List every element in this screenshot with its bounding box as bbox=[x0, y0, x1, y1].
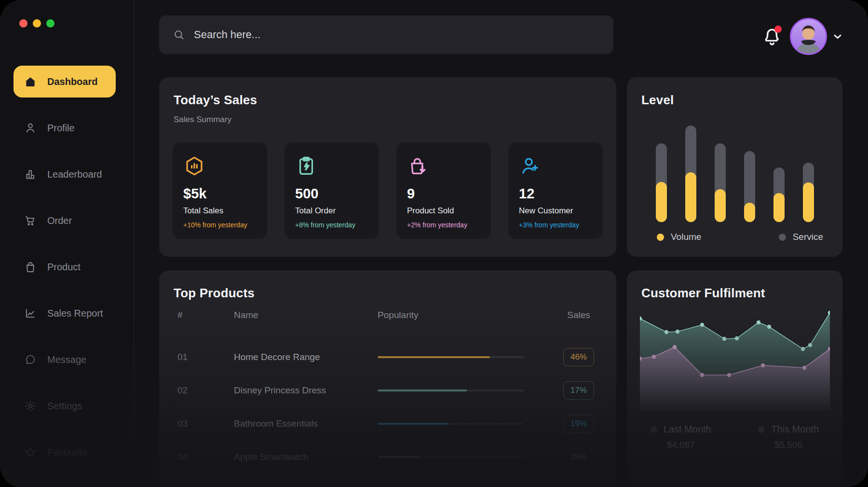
product-name: Bathroom Essentials bbox=[234, 418, 378, 429]
level-card: Level Volume Service bbox=[627, 77, 842, 257]
sidebar-item-dashboard[interactable]: Dashboard bbox=[14, 66, 116, 97]
stat-delta: +3% from yesterday bbox=[519, 221, 592, 229]
sidebar-item-label: Settings bbox=[47, 401, 82, 412]
notification-badge bbox=[774, 26, 782, 33]
product-rank: 04 bbox=[177, 452, 234, 462]
search-input[interactable] bbox=[193, 28, 600, 42]
sales-badge: 19% bbox=[563, 415, 594, 433]
star-icon bbox=[24, 446, 37, 459]
sales-cell: 17% bbox=[555, 381, 603, 400]
bag-icon bbox=[24, 261, 37, 273]
table-body: 01 Home Decore Range 46% 02 Disney Princ… bbox=[177, 341, 603, 473]
search-icon bbox=[173, 28, 185, 41]
todays-sales-card: Today’s Sales Sales Summary $5k Total Sa… bbox=[159, 77, 616, 257]
hex-bars-icon bbox=[183, 155, 205, 177]
stat-delta: +2% from yesterday bbox=[407, 221, 480, 229]
level-title: Level bbox=[641, 93, 674, 108]
legend-item-last-month: Last Month $4,087 bbox=[627, 424, 735, 450]
sidebar-item-label: Message bbox=[47, 354, 86, 365]
sidebar-item-message[interactable]: Message bbox=[14, 344, 116, 376]
col-header-sales: Sales bbox=[555, 310, 603, 320]
stat-value: 12 bbox=[519, 186, 592, 202]
volume-dot-icon bbox=[657, 234, 664, 241]
stat-label: Total Order bbox=[295, 206, 368, 216]
zoom-window-button[interactable] bbox=[46, 19, 54, 28]
gear-icon bbox=[24, 400, 37, 412]
stat-delta: +8% from yesterday bbox=[295, 221, 368, 229]
popularity-bar bbox=[378, 390, 555, 391]
sidebar-item-label: Product bbox=[47, 262, 81, 273]
sidebar-item-label: Sales Report bbox=[47, 308, 103, 319]
stat-card-new-customer: 12 New Customer +3% from yesterday bbox=[508, 142, 603, 239]
table-row[interactable]: 03 Bathroom Essentials 19% bbox=[177, 407, 603, 440]
legend-value: $5,506 bbox=[774, 440, 802, 450]
level-bar bbox=[715, 143, 726, 222]
popularity-bar bbox=[378, 356, 555, 358]
stat-card-total-sales: $5k Total Sales +10% from yesterday bbox=[173, 142, 267, 239]
stat-card-product-sold: 9 Product Sold +2% from yesterday bbox=[396, 142, 491, 239]
chart-icon bbox=[24, 307, 37, 320]
close-window-button[interactable] bbox=[19, 19, 27, 28]
todays-sales-subtitle: Sales Summary bbox=[174, 115, 231, 125]
product-rank: 02 bbox=[177, 385, 234, 396]
stat-value: 500 bbox=[295, 186, 368, 202]
sidebar-item-label: Profile bbox=[47, 123, 75, 134]
customer-fulfilment-card: Customer Fulfilment Last Month $4,087 Th… bbox=[627, 270, 842, 487]
sidebar-item-order[interactable]: Order bbox=[14, 205, 116, 237]
customer-fulfilment-title: Customer Fulfilment bbox=[641, 286, 765, 301]
legend-label: Service bbox=[793, 232, 823, 242]
stat-card-row: $5k Total Sales +10% from yesterday 500 … bbox=[173, 142, 603, 239]
user-avatar[interactable] bbox=[790, 18, 827, 55]
sidebar-item-label: Leaderboard bbox=[47, 169, 102, 180]
user-plus-icon bbox=[519, 155, 541, 177]
cart-icon bbox=[24, 214, 37, 227]
sidebar-item-settings[interactable]: Settings bbox=[14, 390, 116, 422]
level-legend: Volume Service bbox=[657, 232, 823, 242]
col-header-num: # bbox=[177, 310, 234, 320]
stat-card-total-order: 500 Total Order +8% from yesterday bbox=[285, 142, 379, 239]
stat-label: Total Sales bbox=[183, 206, 257, 216]
sidebar-item-label: Dashboard bbox=[47, 76, 97, 87]
legend-item-service: Service bbox=[779, 232, 823, 242]
sidebar: Dashboard Profile Leaderboard Order Prod… bbox=[0, 0, 134, 487]
product-name: Home Decore Range bbox=[234, 352, 378, 362]
sidebar-item-sales-report[interactable]: Sales Report bbox=[14, 297, 116, 329]
table-row[interactable]: 04 Apple Smartwatch 29% bbox=[177, 440, 603, 473]
search-bar bbox=[159, 15, 613, 54]
table-row[interactable]: 01 Home Decore Range 46% bbox=[177, 341, 603, 374]
sidebar-item-leaderboard[interactable]: Leaderboard bbox=[14, 158, 116, 190]
sidebar-nav: Dashboard Profile Leaderboard Order Prod… bbox=[0, 66, 134, 483]
sales-badge: 17% bbox=[563, 381, 594, 400]
sales-badge: 29% bbox=[563, 448, 594, 466]
sales-cell: 19% bbox=[555, 415, 603, 433]
col-header-name: Name bbox=[234, 310, 378, 320]
clipboard-bolt-icon bbox=[295, 155, 317, 177]
sales-cell: 29% bbox=[555, 448, 603, 466]
popularity-bar bbox=[378, 456, 555, 458]
chat-icon bbox=[24, 353, 37, 366]
bag-arrow-icon bbox=[407, 155, 429, 177]
legend-value: $4,087 bbox=[667, 440, 695, 450]
avatar-photo bbox=[791, 19, 826, 54]
level-bar bbox=[656, 143, 667, 222]
fulfilment-legend: Last Month $4,087 This Month $5,506 bbox=[627, 424, 842, 450]
sales-badge: 46% bbox=[563, 348, 594, 366]
sidebar-item-label: Order bbox=[47, 215, 72, 226]
top-products-title: Top Products bbox=[174, 286, 255, 301]
level-bar bbox=[803, 163, 814, 222]
minimize-window-button[interactable] bbox=[33, 19, 41, 28]
sidebar-item-profile[interactable]: Profile bbox=[14, 112, 116, 144]
table-row[interactable]: 02 Disney Princess Dress 17% bbox=[177, 374, 603, 407]
chevron-down-icon bbox=[830, 30, 845, 43]
account-menu-button[interactable] bbox=[830, 30, 845, 45]
user-icon bbox=[24, 122, 37, 134]
sidebar-item-favourite[interactable]: Favourite bbox=[14, 436, 116, 468]
legend-item-volume: Volume bbox=[657, 232, 701, 242]
product-rank: 03 bbox=[177, 418, 234, 429]
popularity-bar bbox=[378, 423, 555, 425]
level-bar bbox=[773, 167, 785, 222]
col-header-popularity: Popularity bbox=[378, 310, 555, 320]
top-products-card: Top Products # Name Popularity Sales 01 … bbox=[159, 270, 616, 487]
notifications-button[interactable] bbox=[761, 25, 783, 47]
sidebar-item-product[interactable]: Product bbox=[14, 251, 116, 283]
